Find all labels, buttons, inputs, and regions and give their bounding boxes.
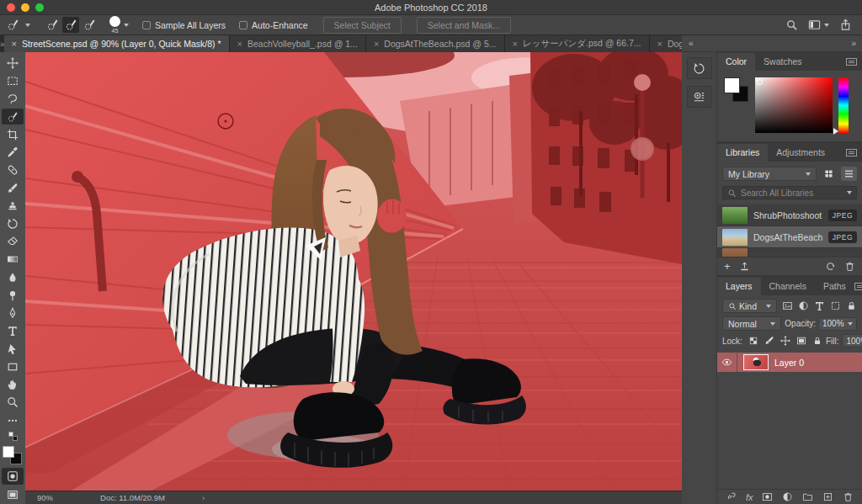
grid-view-button[interactable] bbox=[821, 167, 837, 181]
layer-style-button[interactable]: fx bbox=[746, 492, 753, 502]
close-icon[interactable]: × bbox=[12, 40, 17, 49]
lock-pixels-icon[interactable] bbox=[764, 336, 774, 346]
link-layers-icon[interactable] bbox=[726, 491, 737, 502]
add-layer-mask-icon[interactable] bbox=[762, 491, 773, 502]
library-item-shrubphotoshoot[interactable]: ShrubPhotoshoot JPEG bbox=[717, 204, 862, 226]
dodge-tool[interactable] bbox=[2, 287, 24, 304]
foreground-color-swatch[interactable] bbox=[724, 77, 740, 93]
edit-toolbar-button[interactable] bbox=[2, 412, 24, 429]
new-selection-button[interactable] bbox=[44, 17, 61, 33]
crop-tool[interactable] bbox=[2, 126, 24, 143]
tab-libraries[interactable]: Libraries bbox=[717, 144, 768, 162]
panel-menu-icon[interactable] bbox=[846, 58, 857, 66]
sample-all-layers-option[interactable]: Sample All Layers bbox=[142, 20, 226, 30]
library-select[interactable]: My Library bbox=[722, 167, 817, 181]
layer-filter-select[interactable]: Kind bbox=[722, 299, 777, 313]
move-tool[interactable] bbox=[2, 55, 24, 72]
lock-artboard-icon[interactable] bbox=[796, 336, 806, 346]
opacity-input[interactable]: 100% bbox=[818, 317, 857, 331]
color-field-cursor[interactable] bbox=[757, 79, 763, 85]
tab-beachvolleyball[interactable]: × BeachVolleyball_.psd @ 1... bbox=[230, 35, 366, 52]
tool-preset-picker[interactable] bbox=[7, 19, 30, 31]
blur-tool[interactable] bbox=[2, 269, 24, 286]
close-icon[interactable]: × bbox=[513, 40, 518, 49]
zoom-level[interactable]: 90% bbox=[37, 493, 53, 502]
chevron-down-icon[interactable] bbox=[124, 24, 129, 27]
tab-streetscene[interactable]: × StreetScene.psd @ 90% (Layer 0, Quick … bbox=[4, 35, 230, 52]
library-item-partial[interactable] bbox=[717, 248, 862, 257]
fill-input[interactable]: 100% bbox=[842, 334, 862, 347]
tab-layers[interactable]: Layers bbox=[717, 278, 761, 295]
sample-all-layers-checkbox[interactable] bbox=[142, 21, 151, 29]
saturation-brightness-field[interactable] bbox=[755, 77, 833, 133]
lock-transparency-icon[interactable] bbox=[748, 336, 758, 346]
document-canvas[interactable] bbox=[25, 52, 682, 491]
rectangle-tool[interactable] bbox=[2, 358, 24, 375]
auto-enhance-option[interactable]: Auto-Enhance bbox=[239, 20, 308, 30]
default-colors-icon[interactable] bbox=[8, 432, 18, 441]
select-subject-button[interactable]: Select Subject bbox=[323, 17, 402, 34]
zoom-tool[interactable] bbox=[2, 394, 24, 411]
tab-dogsatthebeach-psd[interactable]: × DogsAtTheBeach.psd @ 5... bbox=[366, 35, 505, 52]
tab-adjustments[interactable]: Adjustments bbox=[768, 144, 833, 162]
filter-adjustment-layers-icon[interactable] bbox=[798, 300, 809, 311]
subtract-from-selection-button[interactable] bbox=[81, 17, 98, 33]
filter-smart-objects-icon[interactable] bbox=[846, 300, 857, 311]
foreground-color-swatch[interactable] bbox=[3, 446, 14, 458]
spot-healing-tool[interactable] bbox=[2, 162, 24, 178]
layer-name[interactable]: Layer 0 bbox=[774, 358, 804, 368]
type-tool[interactable] bbox=[2, 323, 24, 340]
library-item-dogsatthebeach[interactable]: DogsAtTheBeach JPEG bbox=[717, 226, 862, 248]
eraser-tool[interactable] bbox=[2, 233, 24, 250]
device-preview-panel-button[interactable] bbox=[687, 86, 712, 108]
clone-stamp-tool[interactable] bbox=[2, 198, 24, 215]
quick-mask-mode-button[interactable] bbox=[2, 468, 24, 485]
delete-layer-icon[interactable] bbox=[843, 491, 854, 502]
gradient-tool[interactable] bbox=[2, 252, 24, 268]
adjustment-layer-icon[interactable] bbox=[782, 491, 793, 502]
new-layer-icon[interactable] bbox=[822, 491, 833, 502]
add-to-selection-button[interactable] bbox=[62, 17, 79, 33]
collapse-panels-icon[interactable]: « bbox=[689, 39, 693, 48]
hand-tool[interactable] bbox=[2, 376, 24, 393]
color-panel-swatches[interactable] bbox=[724, 77, 749, 103]
trash-icon[interactable] bbox=[844, 261, 855, 272]
new-group-icon[interactable] bbox=[802, 491, 813, 502]
history-brush-tool[interactable] bbox=[2, 215, 24, 232]
tab-swatches[interactable]: Swatches bbox=[755, 53, 811, 71]
tab-paths[interactable]: Paths bbox=[815, 278, 854, 295]
upload-icon[interactable] bbox=[739, 261, 750, 272]
panel-menu-icon[interactable] bbox=[854, 283, 862, 290]
filter-pixel-layers-icon[interactable] bbox=[782, 300, 793, 311]
layer-thumbnail[interactable] bbox=[743, 354, 769, 370]
foreground-background-colors[interactable] bbox=[3, 446, 23, 466]
lock-position-icon[interactable] bbox=[780, 336, 790, 346]
hue-slider[interactable] bbox=[838, 77, 849, 133]
status-chevron-icon[interactable]: › bbox=[202, 493, 205, 502]
lasso-tool[interactable] bbox=[2, 90, 24, 107]
share-icon[interactable] bbox=[839, 19, 852, 31]
history-panel-button[interactable] bbox=[687, 57, 712, 79]
add-content-button[interactable]: + bbox=[724, 261, 731, 272]
workspace-switcher[interactable] bbox=[808, 19, 829, 31]
hue-slider-pointer[interactable] bbox=[833, 128, 838, 135]
library-search-field[interactable]: Search All Libraries bbox=[722, 186, 857, 199]
tab-lesserpanda[interactable]: × レッサーパンダ.psd @ 66.7... bbox=[505, 35, 650, 52]
close-icon[interactable]: × bbox=[657, 40, 662, 49]
pen-tool[interactable] bbox=[2, 305, 24, 321]
sync-icon[interactable] bbox=[825, 261, 836, 272]
canvas-image[interactable] bbox=[25, 52, 682, 491]
expand-panels-icon[interactable]: » bbox=[851, 39, 855, 48]
layer-visibility-toggle[interactable] bbox=[717, 353, 737, 372]
brush-tool[interactable] bbox=[2, 180, 24, 197]
lock-all-icon[interactable] bbox=[812, 336, 822, 346]
layer-row-layer0[interactable]: Layer 0 bbox=[717, 353, 862, 372]
brush-size-picker[interactable]: 45 bbox=[109, 16, 120, 34]
list-view-button[interactable] bbox=[841, 167, 857, 181]
screen-mode-button[interactable] bbox=[2, 486, 24, 503]
filter-shape-layers-icon[interactable] bbox=[830, 300, 841, 311]
path-selection-tool[interactable] bbox=[2, 341, 24, 358]
quick-selection-tool[interactable] bbox=[2, 109, 24, 125]
blend-mode-select[interactable]: Normal bbox=[722, 316, 781, 331]
tab-color[interactable]: Color bbox=[717, 53, 755, 71]
